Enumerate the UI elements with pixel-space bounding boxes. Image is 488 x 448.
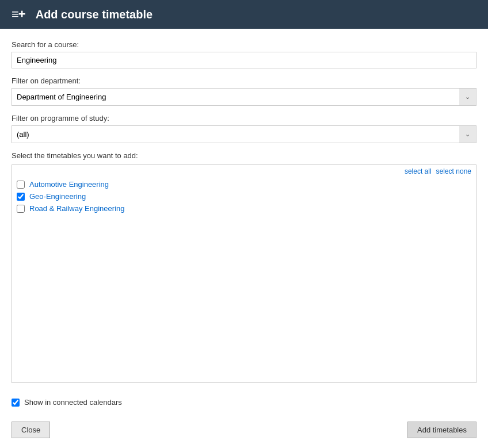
add-timetables-button[interactable]: Add timetables xyxy=(407,422,476,438)
show-connected-group: Show in connected calendars xyxy=(12,398,476,407)
show-connected-checkbox[interactable] xyxy=(12,399,20,407)
road-railway-engineering-label[interactable]: Road & Railway Engineering xyxy=(29,204,124,213)
programme-select[interactable]: (all) Undergraduate Postgraduate xyxy=(12,125,476,143)
checkbox-list: Automotive Engineering Geo-Engineering R… xyxy=(12,178,476,221)
geo-engineering-label[interactable]: Geo-Engineering xyxy=(29,192,86,201)
footer-buttons: Close Add timetables xyxy=(12,416,476,438)
programme-group: Filter on programme of study: (all) Unde… xyxy=(12,114,476,143)
page-header: ≡+ Add course timetable xyxy=(0,0,488,29)
page-title: Add course timetable xyxy=(36,8,152,21)
department-label: Filter on department: xyxy=(12,76,476,85)
list-item: Automotive Engineering xyxy=(17,180,471,189)
search-input[interactable] xyxy=(12,52,476,68)
programme-label: Filter on programme of study: xyxy=(12,114,476,122)
geo-engineering-checkbox[interactable] xyxy=(17,193,25,201)
list-item: Geo-Engineering xyxy=(17,192,471,201)
timetables-label: Select the timetables you want to add: xyxy=(12,151,476,160)
department-select[interactable]: Department of Engineering Department of … xyxy=(12,88,476,106)
search-group: Search for a course: xyxy=(12,40,476,68)
automotive-engineering-label[interactable]: Automotive Engineering xyxy=(29,180,109,189)
menu-plus-icon[interactable]: ≡+ xyxy=(12,7,25,22)
main-content: Search for a course: Filter on departmen… xyxy=(0,29,488,448)
timetables-list-container: select all select none Automotive Engine… xyxy=(12,164,476,383)
department-group: Filter on department: Department of Engi… xyxy=(12,76,476,106)
department-select-wrapper: Department of Engineering Department of … xyxy=(12,88,476,106)
search-label: Search for a course: xyxy=(12,40,476,49)
timetables-group: Select the timetables you want to add: s… xyxy=(12,151,476,383)
show-connected-label[interactable]: Show in connected calendars xyxy=(24,398,122,407)
close-button[interactable]: Close xyxy=(12,422,50,438)
list-item: Road & Railway Engineering xyxy=(17,204,471,213)
road-railway-engineering-checkbox[interactable] xyxy=(17,205,25,213)
select-none-button[interactable]: select none xyxy=(436,167,471,175)
automotive-engineering-checkbox[interactable] xyxy=(17,181,25,189)
select-all-button[interactable]: select all xyxy=(405,167,432,175)
list-actions: select all select none xyxy=(12,165,476,178)
programme-select-wrapper: (all) Undergraduate Postgraduate ⌄ xyxy=(12,125,476,143)
